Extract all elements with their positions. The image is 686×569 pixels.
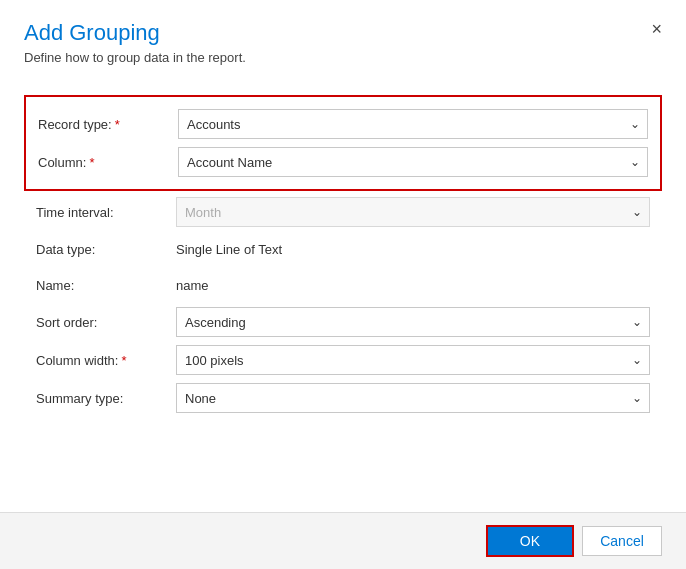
summary-type-select-wrapper: None Average Count Maximum Minimum Sum ⌄	[176, 383, 650, 413]
record-type-select-wrapper: Accounts Contacts Leads ⌄	[178, 109, 648, 139]
record-type-select[interactable]: Accounts Contacts Leads	[178, 109, 648, 139]
data-type-value: Single Line of Text	[176, 242, 650, 257]
column-width-row: Column width:* 100 pixels 150 pixels 200…	[24, 341, 662, 379]
sort-order-select-wrapper: Ascending Descending ⌄	[176, 307, 650, 337]
required-fields-section: Record type:* Accounts Contacts Leads ⌄ …	[24, 95, 662, 191]
record-type-row: Record type:* Accounts Contacts Leads ⌄	[26, 105, 660, 143]
name-row: Name: name	[24, 267, 662, 303]
column-width-required: *	[121, 353, 126, 368]
summary-type-label: Summary type:	[36, 391, 176, 406]
record-type-label: Record type:*	[38, 117, 178, 132]
column-select[interactable]: Account Name Account Number Phone	[178, 147, 648, 177]
time-interval-row: Time interval: Month Quarter Year ⌄	[24, 193, 662, 231]
dialog-subtitle: Define how to group data in the report.	[24, 50, 662, 65]
summary-type-select[interactable]: None Average Count Maximum Minimum Sum	[176, 383, 650, 413]
time-interval-label: Time interval:	[36, 205, 176, 220]
add-grouping-dialog: Add Grouping Define how to group data in…	[0, 0, 686, 569]
column-required: *	[89, 155, 94, 170]
sort-order-select[interactable]: Ascending Descending	[176, 307, 650, 337]
column-row: Column:* Account Name Account Number Pho…	[26, 143, 660, 181]
sort-order-row: Sort order: Ascending Descending ⌄	[24, 303, 662, 341]
close-button[interactable]: ×	[645, 18, 668, 40]
summary-type-row: Summary type: None Average Count Maximum…	[24, 379, 662, 417]
data-type-label: Data type:	[36, 242, 176, 257]
column-width-select[interactable]: 100 pixels 150 pixels 200 pixels Auto	[176, 345, 650, 375]
time-interval-select-wrapper: Month Quarter Year ⌄	[176, 197, 650, 227]
column-width-label: Column width:*	[36, 353, 176, 368]
dialog-header: Add Grouping Define how to group data in…	[0, 0, 686, 85]
column-select-wrapper: Account Name Account Number Phone ⌄	[178, 147, 648, 177]
time-interval-select[interactable]: Month Quarter Year	[176, 197, 650, 227]
sort-order-label: Sort order:	[36, 315, 176, 330]
dialog-body: Record type:* Accounts Contacts Leads ⌄ …	[0, 85, 686, 512]
cancel-button[interactable]: Cancel	[582, 526, 662, 556]
ok-button[interactable]: OK	[486, 525, 574, 557]
column-label: Column:*	[38, 155, 178, 170]
dialog-footer: OK Cancel	[0, 512, 686, 569]
column-width-select-wrapper: 100 pixels 150 pixels 200 pixels Auto ⌄	[176, 345, 650, 375]
name-label: Name:	[36, 278, 176, 293]
record-type-required: *	[115, 117, 120, 132]
name-value: name	[176, 278, 650, 293]
data-type-row: Data type: Single Line of Text	[24, 231, 662, 267]
dialog-title: Add Grouping	[24, 20, 662, 46]
